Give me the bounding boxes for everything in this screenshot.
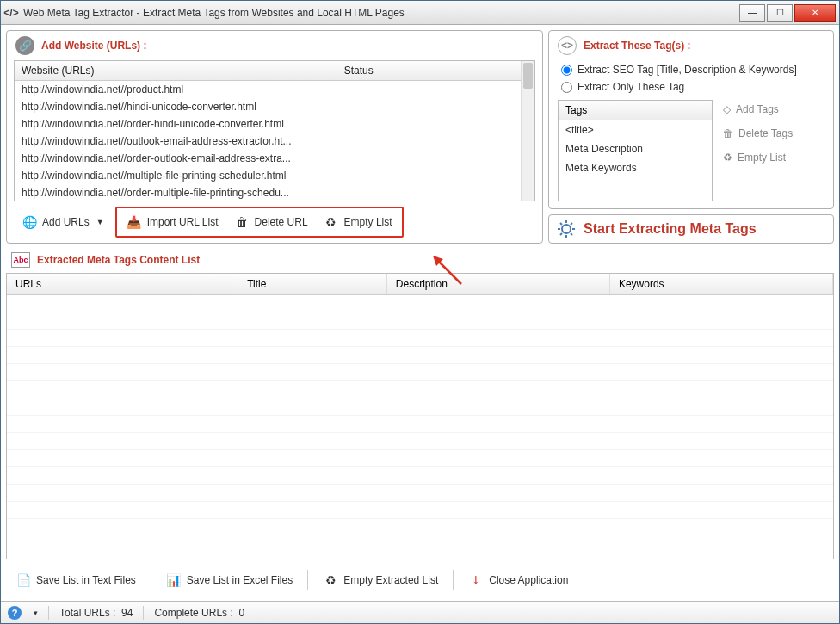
recycle-icon: ♻ — [723, 151, 732, 164]
maximize-button[interactable]: ☐ — [767, 4, 793, 22]
add-website-title: Add Website (URLs) : — [41, 40, 146, 52]
recycle-icon: ♻ — [324, 214, 339, 230]
url-table: Website (URLs) Status http://windowindia… — [14, 60, 535, 201]
help-button[interactable]: ? — [8, 606, 22, 620]
empty-tags-button[interactable]: ♻Empty List — [720, 148, 825, 167]
radio-only-input[interactable] — [561, 82, 572, 93]
app-window: </> Web Meta Tag Extractor - Extract Met… — [0, 0, 840, 624]
recycle-icon: ♻ — [323, 572, 338, 588]
empty-extracted-button[interactable]: ♻ Empty Extracted List — [315, 568, 446, 592]
import-icon: 📥 — [127, 214, 142, 230]
tag-item[interactable]: Meta Description — [559, 139, 712, 158]
empty-list-button[interactable]: ♻ Empty List — [316, 210, 400, 234]
table-row[interactable]: http://windowindia.net//multiple-file-pr… — [15, 167, 534, 184]
table-row[interactable]: http://windowindia.net//outlook-email-ad… — [15, 133, 534, 150]
tag-item[interactable]: Meta Keywords — [559, 158, 712, 177]
save-text-icon: 📄 — [15, 572, 31, 588]
highlight-box: 📥 Import URL List 🗑 Delete URL ♻ Empty L… — [115, 207, 404, 238]
add-website-panel: 🔗 Add Website (URLs) : Website (URLs) St… — [6, 30, 543, 244]
extract-tags-title: Extract These Tag(s) : — [584, 40, 690, 52]
delete-icon: 🗑 — [723, 127, 733, 139]
extract-tags-panel: <> Extract These Tag(s) : Extract SEO Ta… — [548, 30, 834, 209]
radio-seo-input[interactable] — [561, 65, 572, 76]
total-urls-label: Total URLs : 94 — [59, 607, 133, 619]
save-text-button[interactable]: 📄 Save List in Text Files — [8, 568, 144, 592]
radio-only-these[interactable]: Extract Only These Tag — [561, 81, 821, 93]
tags-icon: <> — [558, 36, 577, 55]
window-controls: — ☐ ✕ — [738, 4, 836, 22]
chevron-down-icon: ▼ — [96, 218, 104, 226]
globe-icon: 🌐 — [22, 214, 37, 230]
exit-icon: ⤓ — [468, 572, 484, 588]
table-row[interactable]: http://windowindia.net//order-hindi-unic… — [15, 115, 534, 133]
minimize-button[interactable]: — — [739, 4, 765, 22]
table-row[interactable]: http://windowindia.net//order-multiple-f… — [15, 184, 534, 201]
content-area: 🔗 Add Website (URLs) : Website (URLs) St… — [1, 25, 839, 601]
delete-url-button[interactable]: 🗑 Delete URL — [226, 210, 316, 234]
col-desc[interactable]: Description — [386, 274, 609, 295]
tag-item[interactable]: <title> — [559, 120, 712, 139]
close-button[interactable]: ✕ — [794, 4, 836, 22]
radio-seo-tag[interactable]: Extract SEO Tag [Title, Description & Ke… — [561, 64, 821, 76]
col-keywords[interactable]: Keywords — [609, 274, 832, 295]
abc-icon: Abc — [11, 252, 30, 268]
save-excel-button[interactable]: 📊 Save List in Excel Files — [158, 568, 300, 592]
status-column-header[interactable]: Status — [337, 61, 534, 81]
plus-icon: ◇ — [723, 103, 731, 115]
add-tags-button[interactable]: ◇Add Tags — [720, 100, 825, 119]
tags-header[interactable]: Tags — [559, 101, 712, 120]
tags-list: Tags <title> Meta Description Meta Keywo… — [558, 100, 713, 201]
table-row[interactable]: http://windowindia.net//order-outlook-em… — [15, 150, 534, 167]
col-title[interactable]: Title — [238, 274, 387, 295]
chevron-down-icon[interactable]: ▾ — [34, 609, 38, 617]
complete-urls-label: Complete URLs : 0 — [154, 607, 244, 619]
extracted-panel: Abc Extracted Meta Tags Content List URL… — [6, 249, 834, 596]
add-urls-button[interactable]: 🌐 Add URLs ▼ — [14, 210, 112, 234]
col-urls[interactable]: URLs — [7, 274, 238, 295]
start-label: Start Extracting Meta Tags — [584, 221, 757, 237]
delete-icon: 🗑 — [234, 214, 250, 230]
link-icon: 🔗 — [15, 36, 34, 55]
table-row[interactable]: http://windowindia.net//product.html — [15, 81, 534, 99]
titlebar[interactable]: </> Web Meta Tag Extractor - Extract Met… — [1, 1, 839, 25]
close-app-button[interactable]: ⤓ Close Application — [460, 568, 576, 592]
svg-point-0 — [562, 225, 571, 233]
delete-tags-button[interactable]: 🗑Delete Tags — [720, 124, 825, 143]
statusbar: ? ▾ Total URLs : 94 Complete URLs : 0 — [1, 601, 839, 623]
extracted-table: URLs Title Description Keywords — [6, 273, 834, 559]
start-extracting-button[interactable]: Start Extracting Meta Tags — [548, 214, 834, 244]
scrollbar[interactable] — [521, 61, 534, 201]
gear-icon — [556, 219, 577, 239]
url-toolbar: 🌐 Add URLs ▼ 📥 Import URL List 🗑 Delete … — [7, 201, 542, 243]
table-row[interactable]: http://windowindia.net//hindi-unicode-co… — [15, 98, 534, 115]
url-column-header[interactable]: Website (URLs) — [15, 61, 337, 81]
app-icon: </> — [4, 6, 18, 20]
window-title: Web Meta Tag Extractor - Extract Meta Ta… — [23, 7, 405, 19]
extracted-title: Extracted Meta Tags Content List — [37, 254, 200, 266]
import-url-list-button[interactable]: 📥 Import URL List — [119, 210, 226, 234]
save-excel-icon: 📊 — [166, 572, 182, 588]
bottom-toolbar: 📄 Save List in Text Files 📊 Save List in… — [6, 565, 834, 596]
